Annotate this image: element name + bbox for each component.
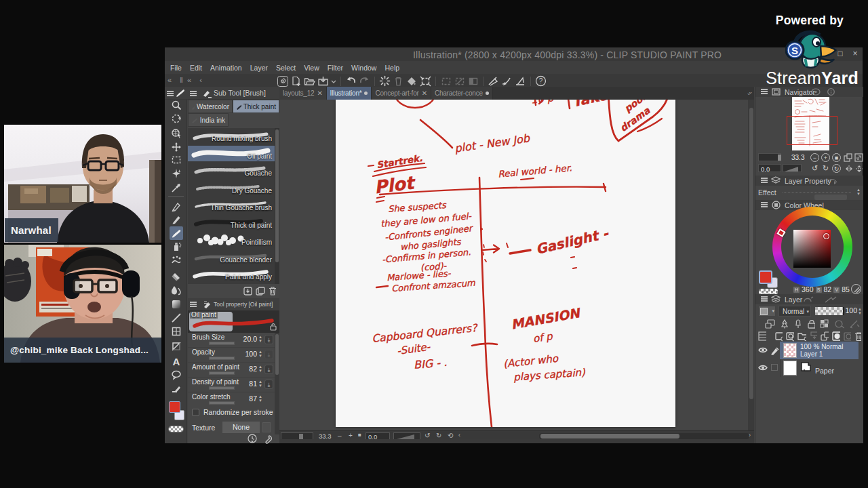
pressure-button[interactable]: ⤓ xyxy=(264,350,273,359)
open-file-icon[interactable] xyxy=(304,75,315,87)
select-rect-icon[interactable] xyxy=(440,75,452,87)
text-tool-icon[interactable]: A xyxy=(170,354,183,368)
sv-cursor[interactable] xyxy=(823,233,829,239)
mask-icon[interactable] xyxy=(832,331,840,342)
fill-icon[interactable] xyxy=(406,75,418,87)
brush-round-mixing[interactable]: Round mixing brush xyxy=(188,128,275,144)
eraser-tool-icon[interactable] xyxy=(170,270,183,283)
duplicate-subtool-icon[interactable] xyxy=(256,287,265,296)
deselect-icon[interactable] xyxy=(454,75,465,87)
pressure-button[interactable]: ⤓ xyxy=(264,365,273,374)
lock-transparent-icon[interactable] xyxy=(820,319,829,329)
pressure-button[interactable]: ⤓ xyxy=(264,380,273,389)
polyline-tool-icon[interactable] xyxy=(170,340,183,353)
randomize-checkbox[interactable] xyxy=(192,409,199,416)
tab-close-icon[interactable]: ✕ xyxy=(317,89,322,97)
lock-layer-icon[interactable] xyxy=(808,319,816,329)
wheel-foreground-swatch[interactable] xyxy=(759,270,772,284)
csp-logo-icon[interactable] xyxy=(277,75,288,87)
foreground-color-swatch[interactable] xyxy=(169,401,180,413)
crop-icon[interactable] xyxy=(420,75,431,87)
apply-mask-icon[interactable] xyxy=(844,331,852,342)
flip-icon[interactable]: ‹ xyxy=(458,432,460,439)
clip-to-layer-icon[interactable] xyxy=(765,319,775,329)
blend-mode-select[interactable]: Normal▾ xyxy=(778,306,811,317)
menu-file[interactable]: File xyxy=(166,64,186,72)
panel-layout-icon[interactable] xyxy=(758,331,766,342)
canvas-vertical-scrollbar[interactable] xyxy=(748,100,754,430)
undo-icon[interactable] xyxy=(345,75,357,87)
layer1-thumbnail[interactable] xyxy=(783,343,797,358)
paper-thumbnail[interactable] xyxy=(783,361,797,375)
param-density-of-paint[interactable]: Density of paint 81▲▼ ⤓ xyxy=(188,378,275,392)
layer-row-layer1[interactable]: 100 % Normal Layer 1 xyxy=(755,342,863,359)
balloon-tool-icon[interactable] xyxy=(170,368,183,382)
pencil-tool-icon[interactable] xyxy=(170,213,183,226)
pressure-button[interactable]: ⤓ xyxy=(264,335,273,344)
redo-icon[interactable] xyxy=(359,75,370,87)
param-color-stretch[interactable]: Color stretch 87▲▼ xyxy=(188,392,275,407)
clear-icon[interactable] xyxy=(379,75,391,87)
nav-zoom-100-icon[interactable]: ■ xyxy=(832,153,841,162)
draft-layer-icon[interactable] xyxy=(849,319,860,329)
brush-thin-gouache[interactable]: Thin Gouache brush xyxy=(188,197,275,213)
param-opacity[interactable]: Opacity 100▲▼ ⤓ xyxy=(188,348,275,363)
brush-gouache[interactable]: Gouache xyxy=(188,163,275,178)
reset-icon[interactable] xyxy=(248,434,257,443)
invert-select-icon[interactable] xyxy=(467,75,479,87)
navigator-view-rect[interactable] xyxy=(787,116,837,145)
frame-border-tool-icon[interactable] xyxy=(170,325,183,338)
figure-tool-icon[interactable] xyxy=(170,311,183,325)
airbrush-tool-icon[interactable] xyxy=(170,240,183,253)
fit-screen-icon[interactable] xyxy=(844,153,852,162)
layer-panel-menu-icon[interactable] xyxy=(761,296,768,302)
color-wheel-menu-icon[interactable] xyxy=(761,202,768,207)
subtool-tab-india-ink[interactable]: India ink xyxy=(188,113,229,127)
paper-visibility-eye-icon[interactable] xyxy=(758,364,768,371)
tool-panel-menu-icon[interactable] xyxy=(167,91,174,96)
new-file-icon[interactable] xyxy=(290,75,302,87)
opacity-spinner[interactable]: ▲▼ xyxy=(858,307,862,315)
merge-down-icon[interactable] xyxy=(810,331,818,342)
canvas-viewport[interactable]: 10 p Takes pool drama plot - New Job Sta… xyxy=(279,100,748,430)
layer1-visibility-eye-icon[interactable] xyxy=(758,346,768,354)
delete-icon[interactable] xyxy=(393,75,404,87)
paper-checkbox[interactable] xyxy=(771,364,778,371)
menu-filter[interactable]: Filter xyxy=(323,64,347,72)
tab-layouts12[interactable]: layouts_12✕ xyxy=(279,87,327,100)
reset-rotation-icon[interactable]: ⟲ xyxy=(448,432,453,439)
tool-property-scrollbar[interactable] xyxy=(275,333,279,443)
tab-character-concept[interactable]: Character-conce xyxy=(431,87,493,100)
param-amount-of-paint[interactable]: Amount of paint 82▲▼ ⤓ xyxy=(188,363,275,378)
menu-window[interactable]: Window xyxy=(347,64,380,72)
menu-layer[interactable]: Layer xyxy=(246,64,272,72)
layer-opacity-slider[interactable] xyxy=(815,307,844,315)
rotate-left-icon[interactable]: ↺ xyxy=(425,432,430,439)
operation-tool-icon[interactable] xyxy=(170,126,183,140)
tab-illustration[interactable]: Illustration* xyxy=(327,87,372,100)
save-dropdown-icon[interactable] xyxy=(331,75,336,87)
rotate-cw-icon[interactable]: ↻ xyxy=(821,164,830,173)
fullscreen-icon[interactable] xyxy=(854,153,863,162)
navigator-zoom-slider[interactable] xyxy=(758,153,781,161)
reference-layer-icon[interactable] xyxy=(834,319,845,329)
combine-view-icon[interactable] xyxy=(821,331,829,342)
zoom-out-icon[interactable]: – xyxy=(338,432,342,439)
rotate-canvas-tool-icon[interactable] xyxy=(170,112,183,125)
pen-tool-icon[interactable] xyxy=(170,200,183,214)
tab-concept-art[interactable]: Concept-art-for✕ xyxy=(372,87,431,100)
selection-tool-icon[interactable] xyxy=(170,153,183,167)
snap-special-icon[interactable] xyxy=(501,75,513,87)
zoom-reset-icon[interactable]: ■ xyxy=(358,432,361,438)
delete-layer-icon[interactable] xyxy=(854,331,861,342)
scroll-right-icon[interactable]: › xyxy=(749,432,751,439)
navigator-rotation-value-box[interactable]: 0.0 xyxy=(758,164,781,172)
lock-icon[interactable] xyxy=(270,323,277,331)
menu-view[interactable]: View xyxy=(300,64,323,72)
menu-help[interactable]: Help xyxy=(380,64,403,72)
canvas-page[interactable]: 10 p Takes pool drama plot - New Job Sta… xyxy=(336,100,675,427)
alpha-tree-icon[interactable] xyxy=(780,319,789,329)
tool-property-menu-icon[interactable] xyxy=(190,302,197,307)
brush-list-scrollbar[interactable] xyxy=(275,128,279,284)
new-folder-icon[interactable] xyxy=(797,331,806,342)
